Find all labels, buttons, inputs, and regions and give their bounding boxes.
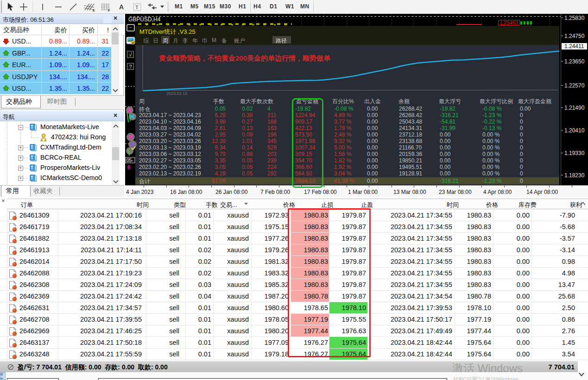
svg-text:E: E <box>93 9 95 12</box>
svg-text:F: F <box>108 9 110 12</box>
svg-text:6: 6 <box>127 164 131 171</box>
svg-text:T: T <box>135 5 139 10</box>
svg-text:A: A <box>119 3 124 11</box>
svg-text:05-: 05- <box>126 158 133 163</box>
